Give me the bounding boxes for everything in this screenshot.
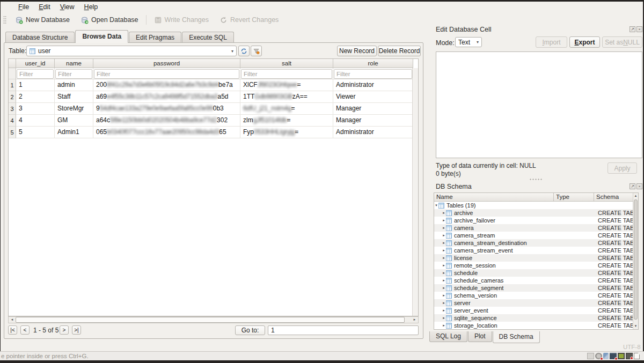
new-record-button[interactable]: New Record bbox=[337, 46, 377, 56]
network-icon[interactable] bbox=[626, 353, 633, 359]
tree-row-camera_stream_event[interactable]: ▸camera_stream_eventCREATE TAB... bbox=[434, 247, 638, 254]
expander-closed-icon[interactable]: ▸ bbox=[442, 263, 446, 268]
tree-row-schedule[interactable]: ▸scheduleCREATE TAB... bbox=[434, 269, 638, 277]
tab-db-schema[interactable]: DB Schema bbox=[493, 331, 540, 343]
row-number[interactable]: 2 bbox=[9, 91, 16, 103]
column-header-user_id[interactable]: user_id bbox=[16, 59, 55, 68]
tree-row-camera_stream[interactable]: ▸camera_streamCREATE TAB... bbox=[434, 232, 638, 239]
apply-button[interactable]: Apply bbox=[608, 162, 637, 174]
table-row[interactable]: 55Admin1065b0340f077ccc16v77aae20950cc98… bbox=[9, 127, 418, 138]
tree-row-archive_failover[interactable]: ▸archive_failoverCREATE TAB... bbox=[434, 217, 638, 224]
open-database-button[interactable]: Open Database bbox=[75, 14, 144, 26]
mode-selector[interactable]: Text ▾ bbox=[455, 37, 482, 47]
expander-closed-icon[interactable]: ▸ bbox=[442, 323, 446, 328]
column-header-schema[interactable]: Schema bbox=[594, 193, 634, 201]
column-header-name[interactable]: name bbox=[55, 59, 93, 68]
float-panel-icon[interactable]: ↗ bbox=[630, 26, 635, 32]
tree-row-archive[interactable]: ▸archiveCREATE TAB... bbox=[434, 209, 638, 217]
cell-user-id[interactable]: 5 bbox=[16, 127, 55, 138]
import-button[interactable]: Import bbox=[536, 36, 567, 48]
display-icon[interactable] bbox=[618, 353, 625, 359]
set-as-null-button[interactable]: Set as NULL bbox=[602, 36, 642, 48]
revert-changes-button[interactable]: Revert Changes bbox=[214, 14, 284, 26]
cell-name[interactable]: admin bbox=[55, 79, 93, 91]
scrollbar-thumb[interactable] bbox=[16, 317, 405, 323]
cell-user-id[interactable]: 1 bbox=[16, 79, 55, 91]
table-row[interactable]: 22Staffa69e4f55c38b11c57c2ca9498f5d71552… bbox=[9, 91, 418, 103]
filter-input-user_id[interactable] bbox=[17, 69, 54, 79]
next-page-button[interactable]: > bbox=[60, 325, 69, 335]
menu-edit[interactable]: Edit bbox=[34, 2, 55, 12]
cell-name[interactable]: StoreMgr bbox=[55, 103, 93, 115]
export-button[interactable]: Export bbox=[569, 36, 600, 48]
tree-row-schema_version[interactable]: ▸schema_versionCREATE TAB... bbox=[434, 292, 638, 299]
menu-view[interactable]: View bbox=[55, 2, 79, 12]
column-header-password[interactable]: password bbox=[93, 59, 240, 68]
cell-role[interactable]: Administrator bbox=[333, 127, 413, 138]
expander-closed-icon[interactable]: ▸ bbox=[442, 316, 446, 320]
usb-icon[interactable] bbox=[603, 353, 609, 359]
tree-row-schedule_cameras[interactable]: ▸schedule_camerasCREATE TAB... bbox=[434, 277, 638, 284]
tree-row-server_event[interactable]: ▸server_eventCREATE TAB... bbox=[434, 307, 638, 314]
tree-row-camera[interactable]: ▸cameraCREATE TAB... bbox=[434, 224, 638, 232]
cell-user-id[interactable]: 3 bbox=[16, 103, 55, 115]
expander-closed-icon[interactable]: ▸ bbox=[442, 271, 446, 275]
row-number[interactable]: 4 bbox=[9, 115, 16, 127]
table-selector[interactable]: user ▾ bbox=[26, 46, 237, 56]
cell-name[interactable]: Admin1 bbox=[55, 127, 93, 138]
tab-database-structure[interactable]: Database Structure bbox=[5, 32, 75, 43]
row-number[interactable]: 3 bbox=[9, 103, 16, 115]
cell-salt[interactable]: 1TTGdb98903GBzA== bbox=[240, 91, 333, 103]
tree-row-sqlite_sequence[interactable]: ▸sqlite_sequenceCREATE TAB... bbox=[434, 314, 638, 322]
goto-input[interactable] bbox=[268, 325, 419, 335]
goto-button[interactable]: Go to: bbox=[235, 325, 265, 335]
scroll-right-icon[interactable]: ► bbox=[411, 317, 418, 323]
cell-password[interactable]: a69e4f55c38b11c57c2ca9498f5d71552dba3a5d bbox=[93, 91, 240, 103]
tab-browse-data[interactable]: Browse Data bbox=[75, 30, 128, 43]
dock-splitter[interactable] bbox=[529, 179, 543, 180]
cell-salt[interactable]: 6dfU_j21_nstm4g= bbox=[240, 103, 333, 115]
scroll-up-icon[interactable]: ▲ bbox=[633, 194, 638, 198]
filter-input-name[interactable] bbox=[55, 69, 92, 79]
expander-closed-icon[interactable]: ▸ bbox=[442, 248, 446, 253]
toolbar-drag-handle[interactable] bbox=[3, 16, 6, 24]
close-panel-icon[interactable]: × bbox=[636, 26, 642, 32]
tree-vertical-scrollbar[interactable]: ▲ ▼ bbox=[633, 193, 638, 329]
scrollbar-thumb[interactable] bbox=[634, 199, 638, 320]
expander-closed-icon[interactable]: ▸ bbox=[442, 293, 446, 298]
first-page-button[interactable]: |< bbox=[8, 325, 17, 335]
cell-password[interactable]: 2008f41c29a7d3e6b05f19c84d2a6e7b3c9d4be7… bbox=[93, 79, 240, 91]
prev-page-button[interactable]: < bbox=[20, 325, 30, 335]
tree-row-remote_session[interactable]: ▸remote_sessionCREATE TAB... bbox=[434, 262, 638, 269]
write-changes-button[interactable]: Write Changes bbox=[149, 14, 214, 26]
cell-password[interactable]: a64c5f8e1150bb0d02020504b48ba9ce77d2302 bbox=[93, 115, 240, 127]
table-row[interactable]: 11admin2008f41c29a7d3e6b05f19c84d2a6e7b3… bbox=[9, 79, 418, 91]
expander-closed-icon[interactable]: ▸ bbox=[442, 211, 446, 215]
expander-open-icon[interactable]: ▾ bbox=[434, 203, 438, 208]
column-header-salt[interactable]: salt bbox=[240, 59, 333, 68]
row-number[interactable]: 5 bbox=[9, 127, 16, 138]
cell-role[interactable]: Administrator bbox=[333, 79, 413, 91]
new-database-button[interactable]: New Database bbox=[10, 14, 75, 26]
cell-editor-area[interactable] bbox=[436, 51, 642, 158]
expander-closed-icon[interactable]: ▸ bbox=[442, 218, 446, 223]
float-panel-icon[interactable]: ↗ bbox=[630, 183, 635, 189]
cell-role[interactable]: Manager bbox=[333, 103, 413, 115]
expander-closed-icon[interactable]: ▸ bbox=[442, 308, 446, 313]
tab-execute-sql[interactable]: Execute SQL bbox=[182, 32, 234, 43]
refresh-button[interactable] bbox=[238, 46, 250, 56]
last-page-button[interactable]: >| bbox=[72, 325, 81, 335]
window-icon[interactable] bbox=[587, 353, 594, 359]
tab-edit-pragmas[interactable]: Edit Pragmas bbox=[129, 32, 181, 43]
tree-row-license[interactable]: ▸licenseCREATE TAB... bbox=[434, 254, 638, 262]
tree-row-server[interactable]: ▸serverCREATE TAB... bbox=[434, 299, 638, 307]
scroll-left-icon[interactable]: ◄ bbox=[9, 317, 16, 323]
optical-disc-icon[interactable] bbox=[595, 353, 602, 359]
cell-name[interactable]: GM bbox=[55, 115, 93, 127]
tree-row-storage_location[interactable]: ▸storage_locationCREATE TAB... bbox=[434, 322, 638, 329]
filter-input-role[interactable] bbox=[334, 69, 412, 79]
column-header-type[interactable]: Type bbox=[554, 193, 594, 201]
expander-closed-icon[interactable]: ▸ bbox=[442, 241, 446, 245]
grid-horizontal-scrollbar[interactable]: ◄ ► bbox=[8, 316, 419, 323]
tree-row-schedule_segment[interactable]: ▸schedule_segmentCREATE TAB... bbox=[434, 284, 638, 292]
